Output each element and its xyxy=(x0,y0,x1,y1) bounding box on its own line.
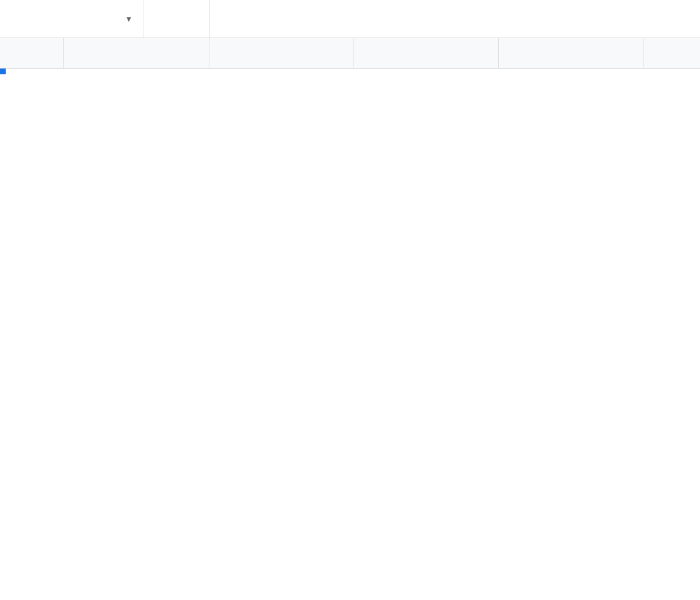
col-header-C[interactable] xyxy=(354,38,499,69)
col-header-D[interactable] xyxy=(499,38,644,69)
selection-fill-handle[interactable] xyxy=(0,69,6,74)
name-box-dropdown-icon[interactable]: ▼ xyxy=(125,15,133,23)
formula-input[interactable] xyxy=(210,0,700,37)
col-header-A[interactable] xyxy=(63,38,209,69)
formula-bar: ▼ xyxy=(0,0,700,38)
col-header-extra[interactable] xyxy=(644,38,700,69)
fx-icon[interactable] xyxy=(143,0,209,37)
sheet xyxy=(0,38,700,600)
col-header-B[interactable] xyxy=(209,38,354,69)
grid xyxy=(0,38,700,69)
name-box[interactable]: ▼ xyxy=(0,0,143,37)
select-all-corner[interactable] xyxy=(0,38,63,69)
